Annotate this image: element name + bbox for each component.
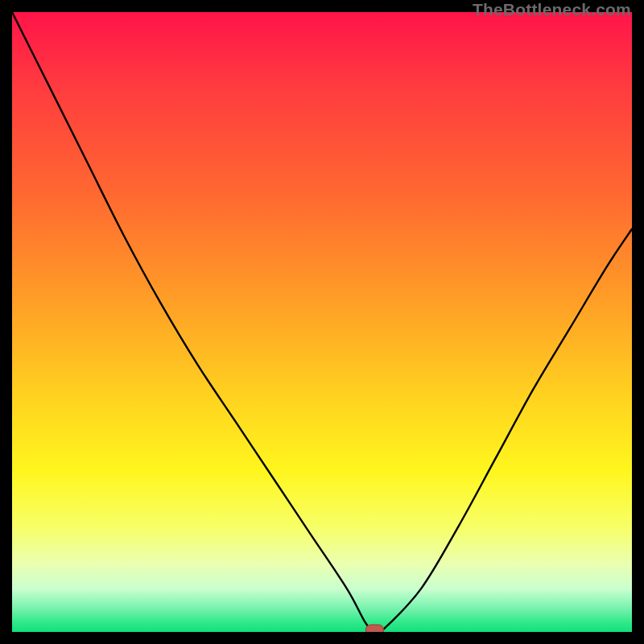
- optimal-point-marker: [365, 625, 383, 632]
- bottleneck-plot: [12, 12, 632, 632]
- chart-frame: TheBottleneck.com: [0, 0, 644, 644]
- gradient-background: [12, 12, 632, 632]
- watermark-text: TheBottleneck.com: [473, 0, 631, 19]
- plot-area: [12, 12, 632, 632]
